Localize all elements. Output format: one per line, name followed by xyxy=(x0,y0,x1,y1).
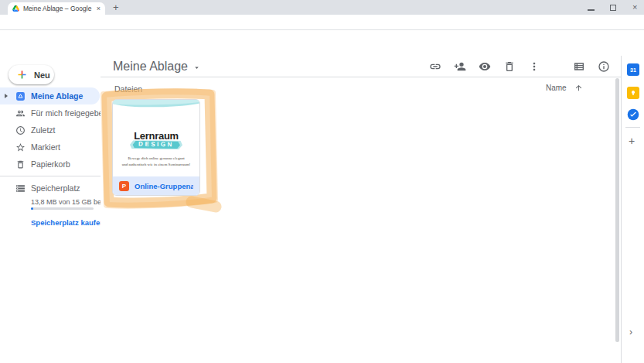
sidebar-item-storage[interactable]: Speicherplatz xyxy=(0,180,100,197)
browser-tab[interactable]: Meine Ablage – Google Drive × xyxy=(8,2,105,15)
people-icon xyxy=(15,108,26,118)
content-toolbar: Meine Ablage xyxy=(101,56,621,77)
powerpoint-file-icon: P xyxy=(119,181,129,191)
info-icon[interactable] xyxy=(598,60,610,73)
sidebar-item-trash[interactable]: Papierkorb xyxy=(0,156,100,173)
calendar-icon[interactable]: 31 xyxy=(627,63,639,76)
file-card[interactable]: Lernraum DESIGN Bewege dich online genau… xyxy=(112,99,200,196)
thumbnail-line2: und authentisch wie in einem Seminarraum… xyxy=(113,162,199,168)
share-person-add-icon[interactable] xyxy=(454,60,466,73)
thumbnail-title: Lernraum xyxy=(113,130,199,142)
my-drive-icon xyxy=(15,91,26,101)
trash-icon xyxy=(15,159,26,170)
sidebar-item-starred[interactable]: Markiert xyxy=(0,139,100,156)
preview-eye-icon[interactable] xyxy=(479,60,491,73)
new-plus-icon xyxy=(16,69,28,80)
drive-favicon-icon xyxy=(12,5,19,12)
star-icon xyxy=(15,142,26,152)
sidebar-divider xyxy=(0,176,101,176)
vertical-scrollbar[interactable] xyxy=(615,78,619,342)
storage-progress-fill xyxy=(31,207,33,210)
sidebar-item-label: Zuletzt xyxy=(31,125,56,135)
storage-icon xyxy=(15,183,26,193)
sidebar-item-recent[interactable]: Zuletzt xyxy=(0,122,100,139)
thumbnail-brush-stroke: DESIGN xyxy=(130,139,182,149)
sort-ascending-icon[interactable] xyxy=(574,84,583,92)
section-label: Dateien xyxy=(114,84,142,94)
sort-header[interactable]: Name xyxy=(546,84,583,92)
get-link-icon[interactable] xyxy=(429,60,441,73)
google-drive-window: Meine Ablage – Google Drive × + × drive.… xyxy=(0,0,644,363)
new-button-label: Neu xyxy=(34,70,50,80)
window-minimize-icon[interactable] xyxy=(588,9,595,11)
sidebar-item-label: Meine Ablage xyxy=(31,91,83,101)
storage-progress-bar xyxy=(31,207,94,210)
thumbnail-subtitle: DESIGN xyxy=(132,140,180,149)
sidebar-item-label: Speicherplatz xyxy=(31,183,80,193)
file-thumbnail: Lernraum DESIGN Bewege dich online genau… xyxy=(113,100,199,176)
sidebar: Neu Meine Ablage Für mich freigegeben Zu… xyxy=(0,56,101,363)
buy-storage-link[interactable]: Speicherplatz kaufen xyxy=(31,218,104,227)
file-list-area: Dateien Name Lernraum DESIGN Bewege d xyxy=(101,77,616,363)
delete-trash-icon[interactable] xyxy=(503,60,516,73)
sidebar-item-label: Papierkorb xyxy=(31,159,70,169)
google-side-panel: 31 + › xyxy=(621,56,644,363)
sidebar-item-my-drive[interactable]: Meine Ablage xyxy=(0,87,100,104)
expand-triangle-icon[interactable] xyxy=(5,94,8,98)
thumbnail-line1: Bewege dich online genauso elegant xyxy=(113,156,199,162)
file-name: Online-Gruppenarbeit... xyxy=(135,182,193,190)
breadcrumb-title[interactable]: Meine Ablage xyxy=(113,60,188,74)
keep-bulb-icon xyxy=(629,89,637,97)
new-tab-button[interactable]: + xyxy=(113,2,119,13)
add-addons-icon[interactable]: + xyxy=(629,135,635,147)
browser-navbar: drive.google.com/drive/my-drive S Pausie… xyxy=(0,15,644,30)
browser-tabstrip: Meine Ablage – Google Drive × + × xyxy=(0,0,644,15)
sidebar-nav: Meine Ablage Für mich freigegeben Zuletz… xyxy=(0,87,101,173)
sidebar-item-label: Markiert xyxy=(31,142,60,152)
tasks-icon[interactable] xyxy=(627,108,639,121)
thumbnail-teal-band xyxy=(113,100,199,108)
collapse-panel-chevron-icon[interactable]: › xyxy=(629,327,632,337)
tab-close-icon[interactable]: × xyxy=(97,5,101,12)
sidebar-item-shared-with-me[interactable]: Für mich freigegeben xyxy=(0,104,100,122)
window-maximize-icon[interactable] xyxy=(610,5,616,11)
sort-label: Name xyxy=(546,84,567,92)
sidebar-item-label: Für mich freigegeben xyxy=(31,108,107,118)
clock-icon xyxy=(15,125,26,135)
file-card-footer[interactable]: P Online-Gruppenarbeit... xyxy=(113,176,199,195)
toolbar-actions xyxy=(429,60,621,73)
side-panel-divider xyxy=(625,127,640,128)
window-close-icon[interactable]: × xyxy=(632,2,637,12)
list-view-icon[interactable] xyxy=(573,60,585,73)
new-button[interactable]: Neu xyxy=(9,65,54,84)
drive-header: Drive In Google Drive suchen S xyxy=(0,30,644,56)
breadcrumb-caret-icon[interactable] xyxy=(193,63,201,72)
tab-title: Meine Ablage – Google Drive xyxy=(23,5,93,12)
thumbnail-body-text: Bewege dich online genauso elegant und a… xyxy=(113,156,199,168)
more-actions-icon[interactable] xyxy=(528,60,540,73)
keep-icon[interactable] xyxy=(627,87,639,99)
